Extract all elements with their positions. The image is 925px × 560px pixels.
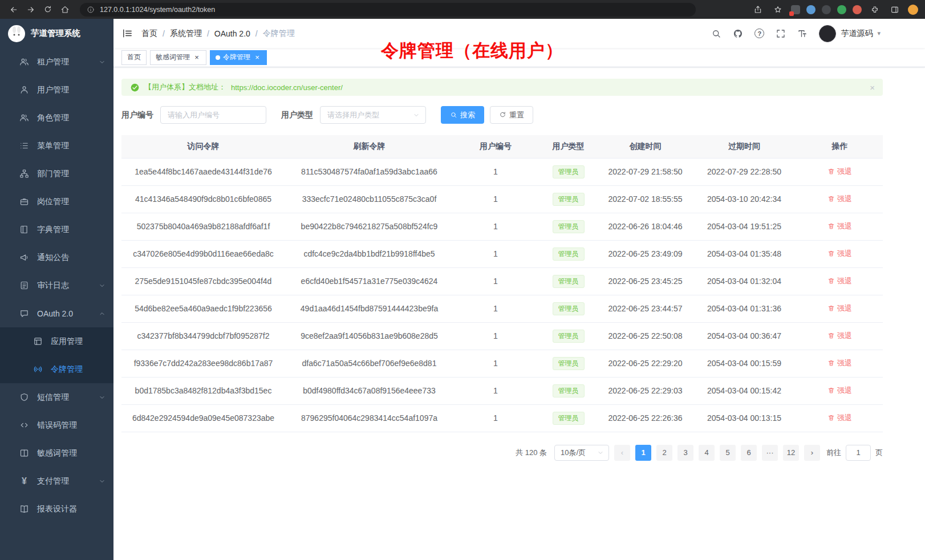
sidebar-item-error-code[interactable]: 错误码管理 — [0, 411, 113, 439]
chevron-up-icon — [99, 310, 106, 317]
success-check-icon — [131, 83, 139, 92]
force-logout-button[interactable]: 强退 — [827, 221, 852, 232]
force-logout-button[interactable]: 强退 — [827, 276, 852, 286]
sidebar-item-tenant[interactable]: 租户管理 — [0, 48, 113, 76]
share-icon[interactable] — [751, 3, 765, 17]
force-logout-button[interactable]: 强退 — [827, 167, 852, 177]
reset-button[interactable]: 重置 — [490, 106, 533, 124]
breadcrumb-current: 令牌管理 — [263, 29, 295, 39]
sidebar-item-dept[interactable]: 部门管理 — [0, 160, 113, 188]
user-id-label: 用户编号 — [121, 110, 153, 120]
sidebar-item-role[interactable]: 角色管理 — [0, 104, 113, 132]
browser-back-button[interactable] — [7, 3, 21, 17]
extensions-puzzle-icon[interactable] — [868, 3, 882, 17]
table-row: 275e5de9151045fe87cbdc395e004f4d e6cfd40… — [121, 267, 883, 295]
page-button-2[interactable]: 2 — [656, 445, 672, 461]
page-button-12[interactable]: 12 — [783, 445, 799, 461]
sidebar-item-user[interactable]: 用户管理 — [0, 76, 113, 104]
extension-icon-dark[interactable] — [822, 5, 831, 14]
sidebar-item-oauth2-client[interactable]: 应用管理 — [0, 327, 113, 355]
pagination-next-button[interactable]: › — [804, 445, 820, 461]
user-type-badge: 管理员 — [553, 275, 585, 288]
avatar — [819, 25, 836, 42]
total-count: 共 120 条 — [516, 448, 547, 458]
trash-icon — [827, 195, 835, 202]
sidebar-item-menu[interactable]: 菜单管理 — [0, 132, 113, 160]
github-icon[interactable] — [733, 29, 743, 39]
user-id-input[interactable] — [160, 106, 266, 124]
sidebar-item-notice[interactable]: 通知公告 — [0, 244, 113, 271]
tab-sensitive-word[interactable]: 敏感词管理 × — [150, 50, 206, 65]
close-icon[interactable]: × — [253, 54, 261, 62]
doc-link[interactable]: https://doc.iocoder.cn/user-center/ — [231, 83, 343, 92]
breadcrumb-home[interactable]: 首页 — [141, 29, 157, 39]
browser-home-button[interactable] — [58, 3, 72, 17]
page-button-3[interactable]: 3 — [677, 445, 693, 461]
sidebar-item-pay[interactable]: ¥ 支付管理 — [0, 467, 113, 495]
force-logout-button[interactable]: 强退 — [827, 249, 852, 259]
tab-token[interactable]: 令牌管理 × — [210, 50, 267, 65]
force-logout-button[interactable]: 强退 — [827, 331, 852, 341]
sidebar-item-sms[interactable]: 短信管理 — [0, 383, 113, 411]
page-more-button[interactable]: ··· — [762, 445, 778, 461]
caret-down-icon: ▾ — [877, 30, 881, 37]
close-icon[interactable]: × — [870, 83, 875, 92]
extension-icon-green[interactable] — [837, 5, 846, 14]
user-type-badge: 管理员 — [553, 220, 585, 233]
user-type-badge: 管理员 — [553, 165, 585, 178]
page-size-select[interactable]: 10条/页 — [554, 445, 609, 461]
pagination-prev-button[interactable]: ‹ — [614, 445, 630, 461]
extension-icon-badged[interactable] — [791, 5, 800, 14]
sidebar-item-oauth2[interactable]: OAuth 2.0 — [0, 299, 113, 327]
table-row: 41c41346a548490f9dc8b01c6bfe0865 333ecfc… — [121, 185, 883, 213]
address-bar[interactable]: 127.0.0.1:1024/system/oauth2/token — [80, 3, 696, 17]
page-button-4[interactable]: 4 — [699, 445, 715, 461]
user-type-select[interactable]: 请选择用户类型 — [320, 106, 426, 124]
page-info-icon[interactable] — [87, 6, 95, 14]
fullscreen-icon[interactable] — [776, 29, 786, 39]
logo-image — [8, 25, 25, 42]
font-size-icon[interactable] — [797, 29, 808, 39]
force-logout-button[interactable]: 强退 — [827, 194, 852, 204]
search-button[interactable]: 搜索 — [441, 106, 484, 124]
browser-reload-button[interactable] — [41, 3, 55, 17]
search-icon[interactable] — [711, 29, 721, 39]
trash-icon — [827, 332, 835, 339]
user-menu[interactable]: 芋道源码 ▾ — [819, 25, 881, 42]
sidebar-item-dict[interactable]: 字典管理 — [0, 216, 113, 244]
sidebar-item-sensitive-word[interactable]: 敏感词管理 — [0, 439, 113, 467]
bookmark-star-icon[interactable] — [771, 3, 785, 17]
side-panel-icon[interactable] — [888, 3, 902, 17]
sidebar-toggle-icon[interactable] — [113, 19, 141, 48]
browser-forward-button[interactable] — [24, 3, 38, 17]
breadcrumb-system[interactable]: 系统管理 — [170, 29, 202, 39]
sidebar-item-oauth2-token[interactable]: 令牌管理 — [0, 355, 113, 383]
force-logout-button[interactable]: 强退 — [827, 358, 852, 368]
user-icon — [19, 85, 29, 95]
sidebar-item-report-designer[interactable]: 报表设计器 — [0, 495, 113, 523]
extension-icon-red[interactable] — [853, 5, 862, 14]
breadcrumb-oauth2[interactable]: OAuth 2.0 — [214, 29, 250, 38]
force-logout-button[interactable]: 强退 — [827, 413, 852, 423]
page-button-6[interactable]: 6 — [741, 445, 757, 461]
force-logout-button[interactable]: 强退 — [827, 303, 852, 314]
sidebar-item-audit-log[interactable]: 审计日志 — [0, 271, 113, 299]
tab-home[interactable]: 首页 — [121, 50, 147, 65]
goto-page-input[interactable] — [846, 445, 871, 461]
trash-icon — [827, 359, 835, 367]
col-create-time: 创建时间 — [599, 135, 692, 158]
force-logout-button[interactable]: 强退 — [827, 385, 852, 396]
extension-icon-blue[interactable] — [806, 5, 816, 14]
page-button-5[interactable]: 5 — [720, 445, 736, 461]
token-table: 访问令牌 刷新令牌 用户编号 用户类型 创建时间 过期时间 操作 1ea5e44… — [121, 135, 883, 432]
sidebar-item-post[interactable]: 岗位管理 — [0, 188, 113, 216]
user-type-badge: 管理员 — [553, 412, 585, 425]
page-button-1[interactable]: 1 — [635, 445, 651, 461]
book-icon — [19, 225, 29, 234]
browser-profile-avatar[interactable] — [908, 5, 918, 15]
help-icon[interactable]: ? — [754, 29, 764, 38]
close-icon[interactable]: × — [193, 54, 201, 62]
table-row: c342377bf8b344799dcbf7bf095287f2 9ce8ef2… — [121, 322, 883, 350]
app-logo[interactable]: 芋道管理系统 — [0, 19, 113, 48]
app-title: 芋道管理系统 — [31, 28, 80, 39]
